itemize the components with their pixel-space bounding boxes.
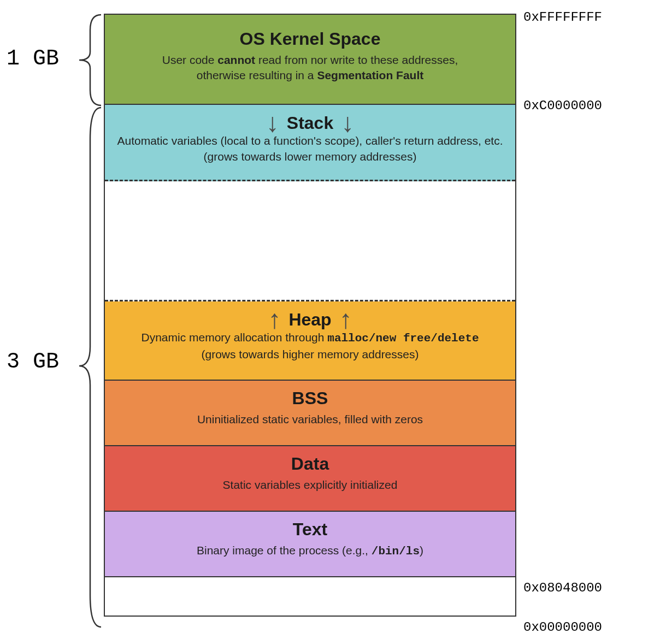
kernel-desc: User code cannot read from nor write to … [116, 52, 504, 84]
addr-text-base: 0x08048000 [523, 581, 602, 595]
stack-title: Stack [287, 113, 333, 133]
heap-desc-mono: malloc/new free/delete [327, 332, 479, 345]
addr-top: 0xFFFFFFFF [523, 10, 602, 25]
segment-bss: BSS Uninitialized static variables, fill… [105, 381, 515, 446]
data-title: Data [116, 454, 504, 474]
kernel-desc-segfault: Segmentation Fault [317, 69, 423, 81]
bss-title: BSS [116, 388, 504, 409]
segment-reserved-low [105, 577, 515, 616]
segment-unmapped-gap [105, 181, 515, 301]
text-desc-post: ) [420, 544, 423, 557]
addr-bottom: 0x00000000 [523, 620, 602, 635]
stack-desc-line1: Automatic variables (local to a function… [117, 134, 503, 147]
kernel-desc-pre: User code [162, 54, 218, 66]
data-desc: Static variables explicitly initialized [116, 477, 504, 493]
text-desc: Binary image of the process (e.g., /bin/… [116, 543, 504, 559]
segment-heap: ↑ Heap ↑ Dynamic memory allocation throu… [105, 301, 515, 381]
arrow-down-icon: ↓ [266, 113, 279, 133]
user-size-label: 3 GB [7, 350, 59, 374]
addr-kernel-base: 0xC0000000 [523, 98, 602, 113]
heap-desc: Dynamic memory allocation through malloc… [116, 330, 504, 362]
brace-kernel [74, 14, 104, 106]
segment-stack: ↓ Stack ↓ Automatic variables (local to … [105, 105, 515, 181]
text-desc-mono: /bin/ls [372, 545, 420, 558]
heap-desc-line2: (grows towards higher memory addresses) [202, 348, 419, 360]
heap-desc-pre: Dynamic memory allocation through [141, 331, 327, 344]
segment-data: Data Static variables explicitly initial… [105, 446, 515, 512]
kernel-size-label: 1 GB [7, 46, 59, 71]
text-desc-pre: Binary image of the process (e.g., [197, 544, 372, 557]
kernel-desc-cannot: cannot [217, 54, 255, 66]
stack-desc: Automatic variables (local to a function… [116, 133, 504, 164]
brace-user [74, 106, 104, 631]
bss-desc: Uninitialized static variables, filled w… [116, 412, 504, 427]
stack-desc-line2: (grows towards lower memory addresses) [204, 150, 417, 163]
arrow-down-icon: ↓ [341, 113, 354, 133]
kernel-title: OS Kernel Space [116, 29, 504, 49]
arrow-up-icon: ↑ [268, 309, 281, 330]
text-title: Text [116, 519, 504, 540]
heap-title: Heap [288, 310, 331, 330]
arrow-up-icon: ↑ [339, 309, 352, 330]
segment-text: Text Binary image of the process (e.g., … [105, 512, 515, 577]
memory-layout-diagram: OS Kernel Space User code cannot read fr… [104, 14, 516, 617]
segment-kernel: OS Kernel Space User code cannot read fr… [105, 15, 515, 105]
